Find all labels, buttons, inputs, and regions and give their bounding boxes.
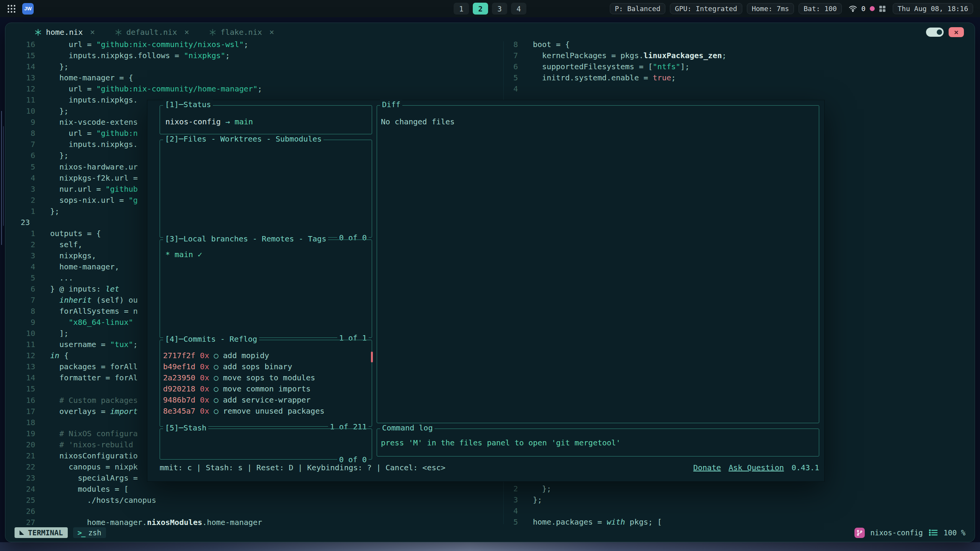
lazygit-options-bar: mmit: c | Stash: s | Reset: D | Keybindi… (160, 463, 819, 472)
panel-title: Command log (380, 423, 434, 432)
panel-title: [5]─Stash (163, 423, 208, 432)
toggle-knob-icon (937, 29, 942, 35)
ask-question-link[interactable]: Ask Question (728, 463, 784, 472)
editor-line: 6 supportedFilesystems = ["ntfs"]; (504, 61, 973, 72)
donate-link[interactable]: Donate (693, 463, 721, 472)
branch-row[interactable]: * main ✓ (165, 250, 202, 259)
network-latency-module[interactable]: Home: 7ms (747, 3, 794, 14)
commit-row[interactable]: 8e345a7 0x ○ remove unused packages (163, 406, 372, 417)
editor-line: 24 modules = [ (5, 484, 504, 495)
mode-indicator[interactable]: TERMINAL (15, 527, 68, 538)
lazygit-files-panel[interactable]: [2]─Files - Worktrees - Submodules 0 of … (160, 140, 372, 238)
power-profile-module[interactable]: P: Balanced (610, 3, 665, 14)
workspace-2[interactable]: 2 (473, 3, 488, 15)
editor-line: 2 }; (504, 483, 973, 494)
editor-line: 14 }; (5, 61, 504, 72)
mode-icon (19, 530, 24, 535)
wallpaper-line (1, 111, 2, 245)
commit-row[interactable]: 9486b7d 0x ○ add service-wrapper (163, 395, 372, 406)
editor-line: 16 url = "github:nix-community/nixos-wsl… (5, 39, 504, 50)
editor-line: 4 (504, 83, 973, 95)
layout-tray-icon[interactable] (879, 5, 886, 12)
commit-row[interactable]: 2717f2f 0x ○ add mopidy (163, 350, 372, 361)
repo-name: nixos-config (165, 117, 221, 126)
editor-right-top: 8boot = {7 kernelPackages = pkgs.linuxPa… (504, 39, 973, 95)
panel-title: [2]─Files - Worktrees - Submodules (163, 134, 323, 143)
battery-module[interactable]: Bat: 100 (799, 3, 842, 14)
current-branch: main (235, 117, 253, 126)
editor-line: 5home.packages = with pkgs; [ (504, 517, 973, 528)
commits-scrollbar[interactable] (371, 352, 373, 362)
commit-row[interactable]: b49ef1d 0x ○ add sops binary (163, 361, 372, 372)
wallpaper-line (3, 126, 4, 226)
app-launcher-icon[interactable] (7, 4, 16, 13)
float-toggle[interactable] (926, 28, 944, 37)
editor-line: 5 initrd.systemd.enable = true; (504, 72, 973, 83)
wallpaper-strip (0, 542, 980, 551)
tab-default.nix[interactable]: default.nix× (115, 28, 189, 37)
git-branch-chip[interactable] (854, 528, 865, 538)
lazygit-diff-panel[interactable]: Diff No changed files (377, 105, 819, 423)
editor-line: 15 inputs.nixpkgs.follows = "nixpkgs"; (5, 50, 504, 61)
commit-row[interactable]: 2a23950 0x ○ move sops to modules (163, 372, 372, 383)
git-branch-icon (856, 530, 863, 536)
lazygit-command-log-panel[interactable]: Command log press 'M' in the files panel… (377, 429, 819, 456)
keybinding-hints: mmit: c | Stash: s | Reset: D | Keybindi… (160, 463, 446, 472)
version-label: 0.43.1 (792, 463, 819, 472)
tab-close-icon[interactable]: × (269, 28, 274, 37)
lazygit-commits-panel[interactable]: [4]─Commits - Reflog 2717f2f 0x ○ add mo… (160, 340, 372, 427)
editor-right-bottom: 2 };3};45home.packages = with pkgs; [ (504, 483, 973, 528)
prompt-icon: >_ (78, 528, 85, 537)
gpu-module[interactable]: GPU: Integrated (670, 3, 742, 14)
panel-title: [4]─Commits - Reflog (163, 334, 259, 344)
session-name: nixos-config (871, 528, 923, 537)
tab-flake.nix[interactable]: flake.nix× (209, 28, 274, 37)
arrow-icon: → (225, 117, 230, 126)
workspace-switcher: 1234 (454, 3, 526, 15)
panel-title: [1]─Status (163, 100, 213, 109)
editor-line: 7 kernelPackages = pkgs.linuxPackages_ze… (504, 50, 973, 61)
system-tray: 0 (846, 5, 888, 13)
commit-row[interactable]: d920218 0x ○ move common imports (163, 383, 372, 395)
command-log-content: press 'M' in the files panel to open 'gi… (377, 429, 819, 447)
shell-tab[interactable]: >_ zsh (73, 527, 106, 538)
editor-line: 4 (504, 505, 973, 517)
tab-bar: home.nix×default.nix×flake.nix× (34, 28, 274, 37)
commit-list: 2717f2f 0x ○ add mopidyb49ef1d 0x ○ add … (160, 340, 372, 417)
editor-line: 13 home-manager = { (5, 72, 504, 83)
notification-count[interactable]: 0 (861, 5, 866, 13)
panel-title: Diff (380, 100, 402, 109)
lazygit-stash-panel[interactable]: [5]─Stash 0 of 0 (160, 429, 372, 460)
nix-snowflake-icon (209, 29, 216, 36)
editor-line: 3}; (504, 494, 973, 505)
editor-line: 8boot = { (504, 39, 973, 50)
shell-label: zsh (88, 528, 101, 537)
terminal-window: home.nix×default.nix×flake.nix× × 16 url… (5, 23, 975, 542)
tab-home.nix[interactable]: home.nix× (34, 28, 95, 37)
status-bar: TERMINAL >_ zsh nixos-config 100 % (15, 527, 965, 539)
panel-title: [3]─Local branches - Remotes - Tags (163, 234, 328, 243)
tab-close-icon[interactable]: × (90, 28, 95, 37)
lazygit-branches-panel[interactable]: [3]─Local branches - Remotes - Tags * ma… (160, 240, 372, 338)
logo-badge[interactable]: JW (22, 3, 34, 15)
lazygit-status-panel[interactable]: [1]─Status nixos-config → main (160, 105, 372, 134)
tab-close-icon[interactable]: × (184, 28, 189, 37)
nix-snowflake-icon (34, 29, 42, 36)
lazygit-popup: [1]─Status nixos-config → main [2]─Files… (147, 100, 824, 481)
clock[interactable]: Thu Aug 08, 18:16 (893, 3, 973, 14)
mode-label: TERMINAL (28, 528, 63, 537)
workspace-3[interactable]: 3 (492, 3, 507, 15)
editor-tab-bar: home.nix×default.nix×flake.nix× × (5, 23, 975, 41)
diff-content: No changed files (377, 106, 819, 126)
editor-line: 12 url = "github:nix-community/home-mana… (5, 83, 504, 95)
recorder-tray-icon[interactable] (870, 6, 875, 11)
top-bar: JW 1234 P: Balanced GPU: Integrated Home… (0, 0, 980, 17)
nix-snowflake-icon (115, 29, 122, 36)
workspace-1[interactable]: 1 (454, 3, 469, 15)
workspace-4[interactable]: 4 (511, 3, 526, 15)
list-icon[interactable] (929, 529, 938, 536)
wifi-icon[interactable] (849, 5, 857, 12)
percent-indicator: 100 % (944, 528, 965, 537)
editor-line: 25 ./hosts/canopus (5, 495, 504, 506)
window-close-button[interactable]: × (949, 27, 964, 37)
